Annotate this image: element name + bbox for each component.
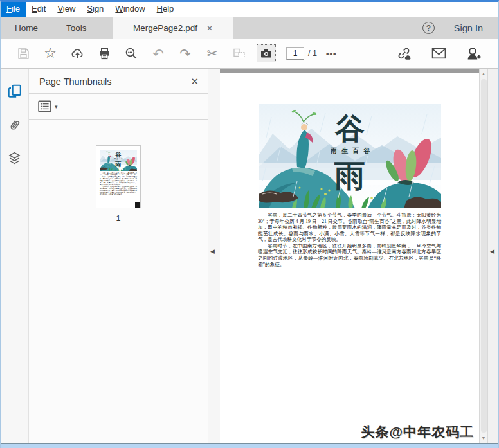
- thumbnail-page-number: 1: [116, 214, 121, 223]
- share-link-button[interactable]: [390, 46, 417, 60]
- menu-bar: File Edit View Sign Window Help: [1, 2, 498, 17]
- envelope-icon: [431, 48, 446, 59]
- help-icon[interactable]: ?: [422, 22, 435, 34]
- collapse-panel-icon[interactable]: ◀: [210, 248, 215, 255]
- menu-help[interactable]: Help: [151, 2, 180, 17]
- paragraph-2: 谷雨时节，在中国南方地区，往往开始明显多雨，而特别是华南，一旦冷空气与暖湿空气交…: [258, 243, 441, 267]
- menu-view[interactable]: View: [51, 2, 81, 17]
- thumbnail-paragraph-2: 谷雨时节，在中国南方地区，往往开始明显多雨，而特别是华南，一旦冷空气与暖湿空气交…: [100, 186, 137, 195]
- scroll-up-icon[interactable]: ▲: [482, 69, 486, 78]
- layers-icon: [7, 151, 22, 166]
- tab-close-icon[interactable]: ✕: [206, 24, 213, 33]
- toolbar: ☆ ↶ ↷: [1, 39, 498, 69]
- person-add-icon: [466, 47, 481, 60]
- page-thumbnails-panel: Page Thumbnails ✕ ▾: [29, 69, 208, 443]
- tab-bar: Home Tools MergePage2.pdf ✕ ? Sign In: [1, 17, 498, 39]
- layers-pane-button[interactable]: [6, 150, 23, 166]
- tab-home[interactable]: Home: [1, 17, 52, 39]
- menu-sign[interactable]: Sign: [81, 2, 109, 17]
- save-icon: [17, 48, 30, 60]
- page-number-input[interactable]: [286, 47, 304, 60]
- acrobat-window: File Edit View Sign Window Help Home Too…: [0, 0, 499, 448]
- tab-document-label: MergePage2.pdf: [133, 23, 197, 33]
- scissors-icon: ✂: [207, 47, 218, 60]
- chevron-down-icon: ▾: [55, 103, 58, 110]
- redo-button[interactable]: ↷: [172, 47, 199, 60]
- page-thumbnails-pane-button[interactable]: [6, 83, 23, 100]
- tools-pane-strip: ◀: [487, 69, 498, 443]
- vertical-scrollbar[interactable]: ▲ ▼: [479, 69, 487, 443]
- tab-document[interactable]: MergePage2.pdf ✕: [113, 17, 233, 39]
- save-button[interactable]: [10, 48, 37, 60]
- share-cloud-button[interactable]: [64, 48, 91, 60]
- page-thumbnails-icon: [7, 84, 23, 99]
- thumbnail-banner-image: [100, 150, 137, 171]
- menu-file[interactable]: File: [1, 2, 26, 17]
- page-1-thumbnail[interactable]: 谷雨，是二十四节气之第 6 个节气，春季的最后一个节气。斗指辰；太阳黄经为 30…: [96, 145, 141, 208]
- link-cloud-icon: [396, 46, 412, 60]
- tab-tools[interactable]: Tools: [52, 17, 101, 39]
- panel-close-icon[interactable]: ✕: [190, 76, 199, 87]
- printer-icon: [98, 48, 111, 60]
- copy-pages-button[interactable]: [226, 48, 253, 60]
- page-count-label: / 1: [308, 49, 317, 58]
- redo-icon: ↷: [179, 47, 191, 60]
- favorite-button[interactable]: ☆: [37, 46, 64, 60]
- scrollbar-thumb[interactable]: [481, 79, 487, 433]
- attachments-pane-button[interactable]: [6, 116, 23, 133]
- share-people-button[interactable]: [460, 47, 487, 60]
- paragraph-1: 谷雨，是二十四节气之第 6 个节气，春季的最后一个节气。斗指辰；太阳黄经为 30…: [258, 212, 441, 243]
- camera-icon: [260, 48, 272, 58]
- thumbnail-text: 谷雨，是二十四节气之第 6 个节气，春季的最后一个节气。斗指辰；太阳黄经为 30…: [100, 172, 137, 195]
- thumbnail-options-button[interactable]: ▾: [38, 100, 58, 112]
- thumbnail-paragraph-1: 谷雨，是二十四节气之第 6 个节气，春季的最后一个节气。斗指辰；太阳黄经为 30…: [100, 172, 137, 186]
- panel-collapse-gutter: ◀: [208, 69, 220, 443]
- undo-icon: ↶: [152, 47, 164, 60]
- zoom-icon: [125, 47, 138, 60]
- nav-pane-strip: [1, 69, 29, 443]
- open-tools-pane-icon[interactable]: ◀: [490, 248, 494, 255]
- window-bottom-border: [1, 443, 498, 448]
- menu-edit[interactable]: Edit: [26, 2, 51, 17]
- paperclip-icon: [7, 118, 22, 132]
- thumbnail-corner-mark: [135, 202, 140, 208]
- sign-in-button[interactable]: Sign In: [454, 23, 483, 33]
- snapshot-active-frame: [257, 44, 276, 62]
- menu-window[interactable]: Window: [109, 2, 150, 17]
- toutiao-watermark: 头条@中年农码工: [361, 423, 474, 441]
- email-button[interactable]: [425, 48, 452, 59]
- snapshot-tool[interactable]: [253, 44, 280, 62]
- undo-button[interactable]: ↶: [145, 47, 172, 60]
- copy-pages-icon: [233, 48, 246, 60]
- document-body-text: 谷雨，是二十四节气之第 6 个节气，春季的最后一个节气。斗指辰；太阳黄经为 30…: [258, 212, 441, 267]
- cloud-upload-icon: [71, 48, 84, 60]
- options-list-icon: [38, 100, 51, 112]
- panel-title: Page Thumbnails: [39, 76, 112, 87]
- star-icon: ☆: [44, 46, 57, 60]
- more-tools-button[interactable]: •••: [326, 49, 337, 58]
- print-button[interactable]: [91, 48, 118, 60]
- scroll-down-icon[interactable]: ▼: [482, 433, 486, 443]
- document-view: 谷雨，是二十四节气之第 6 个节气，春季的最后一个节气。斗指辰；太阳黄经为 30…: [220, 69, 479, 443]
- pdf-page[interactable]: 谷雨，是二十四节气之第 6 个节气，春季的最后一个节气。斗指辰；太阳黄经为 30…: [220, 73, 479, 443]
- cut-pages-button[interactable]: ✂: [199, 47, 226, 60]
- zoom-tools-button[interactable]: [118, 47, 145, 60]
- grain-rain-banner-image: [259, 104, 441, 208]
